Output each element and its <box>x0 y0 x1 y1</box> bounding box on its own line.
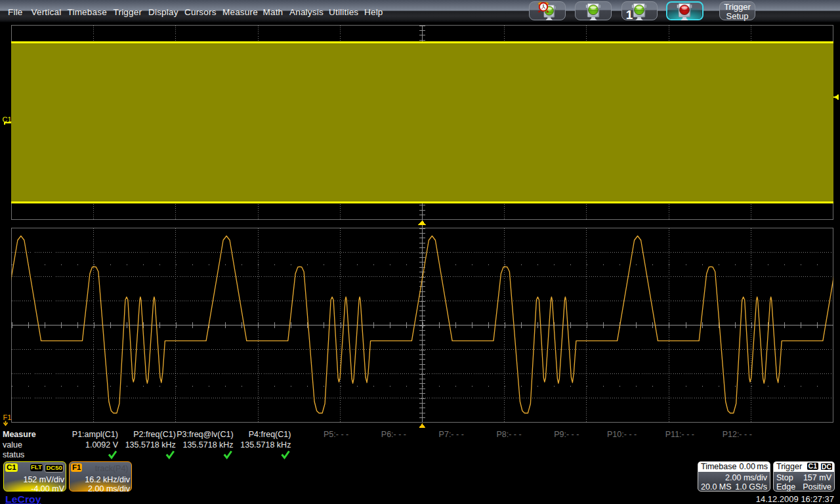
svg-text:1: 1 <box>626 8 633 22</box>
